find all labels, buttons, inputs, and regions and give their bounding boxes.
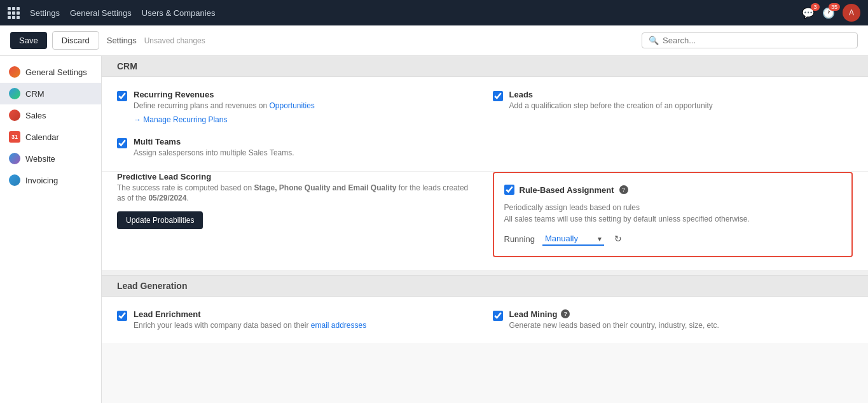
toolbar-settings-label: Settings [107, 36, 137, 45]
lead-gen-section-header: Lead Generation [102, 275, 868, 297]
invoicing-icon [9, 174, 20, 186]
updates-badge[interactable]: 🕐 35 [822, 7, 835, 19]
crm-settings-grid: Recurring Revenues Define recurring plan… [117, 90, 853, 124]
rule-based-title: Rule-Based Assignment [520, 185, 614, 195]
section-divider [102, 270, 868, 275]
running-label: Running [504, 234, 535, 244]
lead-enrichment-checkbox-wrapper[interactable] [117, 311, 127, 323]
rule-box-header: Rule-Based Assignment ? [504, 183, 842, 197]
running-select[interactable]: Manually Every Day Every Week Every Mont… [542, 232, 604, 246]
sidebar-item-label: Sales [25, 111, 46, 120]
predictive-lead-scoring-setting: Predictive Lead Scoring The success rate… [117, 172, 478, 257]
sidebar-item-label: General Settings [25, 67, 87, 77]
lead-gen-grid: Lead Enrichment Enrich your leads with c… [117, 309, 853, 331]
search-input[interactable] [663, 36, 851, 45]
sales-icon [9, 110, 20, 121]
predictive-title: Predictive Lead Scoring [117, 172, 478, 181]
recurring-revenues-setting: Recurring Revenues Define recurring plan… [117, 90, 478, 124]
user-avatar[interactable]: A [843, 4, 860, 22]
multi-teams-desc: Assign salespersons into multiple Sales … [134, 148, 853, 159]
rule-based-desc: Periodically assign leads based on rules… [504, 202, 842, 225]
notifications-count: 3 [811, 3, 820, 11]
search-wrapper: 🔍 [642, 32, 858, 48]
discard-button[interactable]: Discard [52, 31, 99, 50]
predictive-bold: Stage, Phone Quality and Email Quality [254, 183, 396, 192]
app-grid-menu[interactable] [8, 7, 20, 19]
recurring-revenues-title: Recurring Revenues [134, 90, 478, 99]
sidebar-item-calendar[interactable]: 31 Calendar [0, 126, 101, 148]
running-select-wrapper: Manually Every Day Every Week Every Mont… [542, 232, 604, 246]
manage-recurring-plans-link[interactable]: → Manage Recurring Plans [134, 115, 478, 124]
recurring-revenues-desc: Define recurring plans and revenues on O… [134, 101, 478, 111]
crm-section-body: Recurring Revenues Define recurring plan… [102, 77, 868, 171]
predictive-rule-grid: Predictive Lead Scoring The success rate… [117, 172, 853, 257]
lead-enrichment-content: Lead Enrichment Enrich your leads with c… [134, 309, 478, 331]
recurring-revenues-checkbox[interactable] [117, 91, 127, 101]
search-icon: 🔍 [649, 36, 659, 45]
lead-enrichment-setting: Lead Enrichment Enrich your leads with c… [117, 309, 478, 331]
lead-mining-checkbox[interactable] [493, 311, 503, 321]
update-probabilities-button[interactable]: Update Probabilities [117, 211, 203, 229]
rule-based-info-icon[interactable]: ? [619, 185, 628, 194]
notifications-badge[interactable]: 💬 3 [802, 7, 815, 19]
lead-mining-content: Lead Mining ? Generate new leads based o… [509, 309, 853, 331]
leads-checkbox[interactable] [493, 91, 503, 101]
sidebar-item-label: Invoicing [25, 176, 58, 185]
save-button[interactable]: Save [10, 32, 47, 49]
crm-icon [9, 88, 20, 99]
recurring-revenues-checkbox-wrapper[interactable] [117, 91, 127, 103]
sidebar-item-label: CRM [25, 89, 45, 99]
nav-general-settings[interactable]: General Settings [70, 8, 132, 18]
multi-teams-wrapper: Multi Teams Assign salespersons into mul… [117, 137, 853, 159]
leads-checkbox-wrapper[interactable] [493, 91, 503, 103]
general-settings-icon [9, 66, 20, 78]
sidebar-item-crm[interactable]: CRM [0, 83, 101, 104]
email-addresses-link[interactable]: email addresses [311, 321, 366, 330]
main-content: CRM Recurring Revenues Define recurring … [102, 56, 868, 403]
leads-desc: Add a qualification step before the crea… [509, 101, 853, 111]
lead-mining-desc: Generate new leads based on their countr… [509, 320, 853, 331]
main-layout: General Settings CRM Sales 31 Calendar W… [0, 56, 868, 403]
rule-based-assignment-box: Rule-Based Assignment ? Periodically ass… [493, 172, 853, 257]
calendar-icon: 31 [9, 131, 20, 143]
unsaved-changes-label: Unsaved changes [144, 36, 205, 45]
lead-enrichment-checkbox[interactable] [117, 311, 127, 321]
running-row: Running Manually Every Day Every Week Ev… [504, 232, 842, 246]
multi-teams-setting: Multi Teams Assign salespersons into mul… [117, 137, 853, 159]
sidebar-item-general-settings[interactable]: General Settings [0, 61, 101, 83]
multi-teams-title: Multi Teams [134, 137, 853, 146]
predictive-date: 05/29/2024 [148, 194, 186, 202]
lead-mining-checkbox-wrapper[interactable] [493, 311, 503, 323]
sidebar-item-label: Calendar [25, 132, 59, 142]
lead-enrichment-desc: Enrich your leads with company data base… [134, 320, 478, 331]
sidebar-item-website[interactable]: Website [0, 148, 101, 169]
refresh-icon[interactable]: ↻ [614, 234, 622, 244]
recurring-revenues-content: Recurring Revenues Define recurring plan… [134, 90, 478, 124]
grid-icon [8, 7, 20, 19]
lead-enrichment-title: Lead Enrichment [134, 309, 478, 319]
predictive-rule-section: Predictive Lead Scoring The success rate… [102, 171, 868, 270]
sidebar-item-sales[interactable]: Sales [0, 104, 101, 126]
sidebar-item-label: Website [25, 154, 55, 164]
leads-setting: Leads Add a qualification step before th… [493, 90, 853, 124]
predictive-content: Predictive Lead Scoring The success rate… [117, 172, 478, 230]
predictive-desc: The success rate is computed based on St… [117, 183, 478, 204]
updates-count: 35 [829, 3, 840, 11]
toolbar: Save Discard Settings Unsaved changes 🔍 [0, 25, 868, 56]
lead-mining-info-icon[interactable]: ? [561, 309, 570, 318]
rule-based-checkbox-wrapper[interactable] [504, 185, 514, 197]
nav-settings[interactable]: Settings [30, 8, 60, 18]
crm-section-header: CRM [102, 56, 868, 77]
sidebar-item-invoicing[interactable]: Invoicing [0, 169, 101, 191]
top-nav: Settings General Settings Users & Compan… [0, 0, 868, 25]
website-icon [9, 153, 20, 164]
multi-teams-checkbox-wrapper[interactable] [117, 138, 127, 150]
nav-users-companies[interactable]: Users & Companies [142, 8, 216, 18]
lead-mining-title: Lead Mining ? [509, 309, 853, 319]
opportunities-link[interactable]: Opportunities [269, 101, 314, 110]
multi-teams-checkbox[interactable] [117, 138, 127, 148]
leads-content: Leads Add a qualification step before th… [509, 90, 853, 111]
lead-mining-setting: Lead Mining ? Generate new leads based o… [493, 309, 853, 331]
rule-based-checkbox[interactable] [504, 185, 514, 195]
top-nav-right: 💬 3 🕐 35 A [802, 4, 860, 22]
